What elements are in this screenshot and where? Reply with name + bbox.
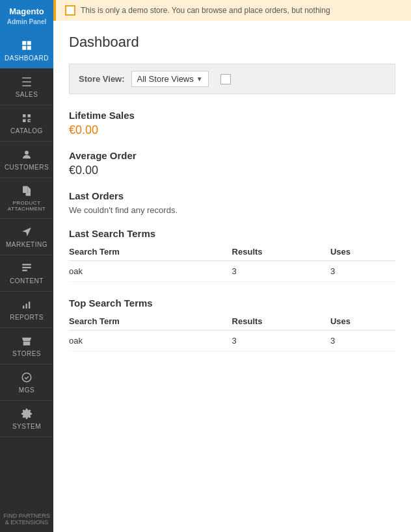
demo-notice-text: This is only a demo store. You can brows… [81,6,330,15]
svg-rect-1 [27,41,31,45]
system-icon [20,407,33,420]
top-search-uses: 3 [330,331,395,351]
svg-rect-3 [27,46,31,50]
sales-icon [20,75,33,88]
store-view-bar: Store View: All Store Views ▼ [69,64,395,94]
top-search-col-uses: Uses [330,312,395,331]
marketing-icon [20,225,33,238]
average-order-value: €0.00 [69,164,395,177]
top-search-results: 3 [232,331,330,351]
last-search-terms-title: Last Search Terms [69,228,395,239]
lifetime-sales-section: Lifetime Sales €0.00 [69,110,395,137]
sidebar: Magento Admin Panel DASHBOARD SALES CATA… [0,0,53,532]
sidebar-label-marketing: MARKETING [6,241,47,248]
top-search-term: oak [69,331,232,351]
mgs-icon [20,371,33,384]
catalog-icon [20,112,33,125]
svg-point-12 [22,373,31,382]
sidebar-item-reports[interactable]: REPORTS [0,292,53,328]
last-search-term: oak [69,261,232,282]
sidebar-item-content[interactable]: CONTENT [0,255,53,292]
lifetime-sales-label: Lifetime Sales [69,110,395,121]
lifetime-sales-value: €0.00 [69,123,395,137]
page-title: Dashboard [69,34,395,51]
sidebar-item-marketing[interactable]: MARKETING [0,219,53,255]
sidebar-item-stores[interactable]: STORES [0,328,53,364]
svg-rect-7 [22,267,31,268]
logo-subtitle: Admin Panel [3,18,50,26]
top-search-terms-table: Search Term Results Uses oak 3 3 [69,312,395,351]
sidebar-logo[interactable]: Magento Admin Panel [0,0,53,32]
svg-rect-8 [22,270,27,271]
reports-icon [20,298,33,311]
last-search-results: 3 [232,261,330,282]
demo-notice: This is only a demo store. You can brows… [53,0,411,21]
sidebar-item-system[interactable]: SYSTEM [0,401,53,437]
logo-title: Magento [3,6,50,18]
sidebar-label-stores: STORES [12,350,41,357]
stores-icon [20,335,33,348]
last-orders-empty: We couldn't find any records. [69,205,395,215]
sidebar-label-content: CONTENT [10,277,44,285]
svg-rect-5 [23,186,28,193]
last-search-terms-section: Last Search Terms Search Term Results Us… [69,228,395,282]
table-row: oak 3 3 [69,261,395,282]
last-search-col-term: Search Term [69,243,232,261]
sidebar-item-catalog[interactable]: CATALOG [0,105,53,142]
content-icon [20,262,33,275]
last-orders-section: Last Orders We couldn't find any records… [69,190,395,215]
content-area: Dashboard Store View: All Store Views ▼ … [53,21,411,532]
svg-rect-10 [26,303,27,309]
table-row: oak 3 3 [69,331,395,351]
store-view-checkbox[interactable] [220,74,231,84]
sidebar-item-sales[interactable]: SALES [0,69,53,105]
last-orders-title: Last Orders [69,190,395,201]
sidebar-label-customers: CUSTOMERS [5,164,49,171]
svg-rect-9 [23,305,24,309]
find-partners-label: FIND PARTNERS & EXTENSIONS [3,513,50,526]
last-search-col-results: Results [232,243,330,261]
svg-rect-6 [22,264,31,265]
svg-rect-2 [22,46,26,50]
svg-rect-11 [29,301,30,309]
dashboard-icon [20,39,33,52]
store-view-label: Store View: [79,74,125,84]
sidebar-find-partners[interactable]: FIND PARTNERS & EXTENSIONS [0,506,53,532]
top-search-col-term: Search Term [69,312,232,331]
sidebar-label-product-attachment: PRODUCT ATTACHMENT [3,200,50,212]
sidebar-label-catalog: CATALOG [10,127,43,134]
svg-point-4 [25,151,29,155]
main-content: This is only a demo store. You can brows… [53,0,411,532]
average-order-label: Average Order [69,150,395,161]
last-search-terms-table: Search Term Results Uses oak 3 3 [69,243,395,282]
sidebar-label-dashboard: DASHBOARD [5,55,49,62]
notice-icon [65,5,75,16]
product-attachment-icon [20,184,33,197]
sidebar-label-reports: REPORTS [10,314,44,321]
average-order-section: Average Order €0.00 [69,150,395,177]
top-search-terms-title: Top Search Terms [69,298,395,309]
top-search-col-results: Results [232,312,330,331]
svg-rect-0 [22,41,26,45]
chevron-down-icon: ▼ [196,75,203,82]
sidebar-label-system: SYSTEM [12,423,41,430]
sidebar-item-product-attachment[interactable]: PRODUCT ATTACHMENT [0,178,53,219]
sidebar-item-dashboard[interactable]: DASHBOARD [0,32,53,69]
last-search-col-uses: Uses [330,243,395,261]
sidebar-item-mgs[interactable]: MGS [0,364,53,401]
sidebar-label-mgs: MGS [19,386,34,394]
sidebar-item-customers[interactable]: CUSTOMERS [0,142,53,178]
customers-icon [20,148,33,161]
top-search-terms-section: Top Search Terms Search Term Results Use… [69,298,395,351]
store-view-value: All Store Views [137,74,194,84]
last-search-uses: 3 [330,261,395,282]
store-view-select[interactable]: All Store Views ▼ [131,71,209,87]
sidebar-label-sales: SALES [16,91,38,98]
